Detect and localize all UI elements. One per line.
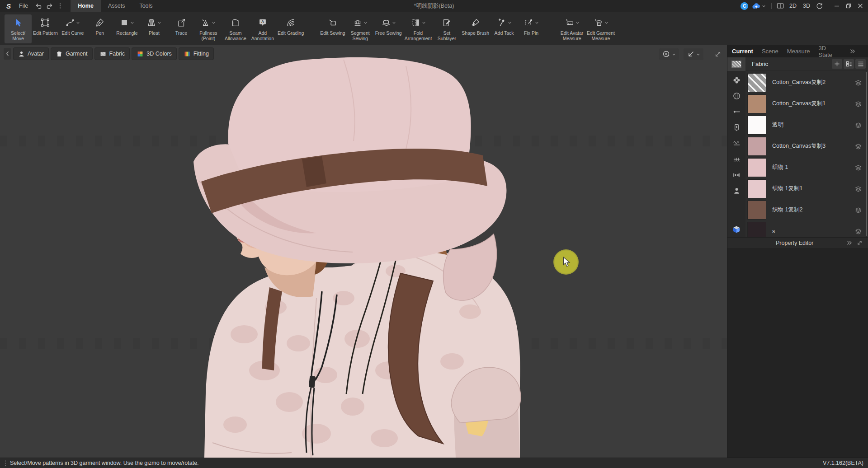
normal-direction-button[interactable] (684, 48, 703, 60)
fabric-list-item[interactable]: 织物 1复制2 (745, 199, 868, 220)
fabric-list-item[interactable]: Cotton_Canvas复制3 (745, 136, 868, 157)
minimize-button[interactable] (832, 1, 842, 11)
layers-icon[interactable] (855, 207, 862, 213)
chevron-down-icon[interactable] (604, 21, 609, 25)
mode-fabric-button[interactable]: Fabric (95, 48, 130, 60)
tool-segment-sewing[interactable]: Segment Sewing (347, 14, 374, 43)
fabric-swatch[interactable] (747, 73, 766, 92)
property-editor-header[interactable]: Property Editor (727, 237, 868, 248)
list-view-button[interactable] (855, 59, 866, 69)
chevron-down-icon[interactable] (392, 21, 396, 25)
panel-tab-scene[interactable]: Scene (762, 48, 778, 55)
tool-free-sewing[interactable]: Free Sewing (374, 14, 403, 43)
category-3d-cube-button[interactable] (727, 225, 745, 234)
tool-garment-measure[interactable]: Edit Garment Measure (585, 14, 616, 43)
tool-rectangle[interactable]: Rectangle (113, 14, 141, 43)
tool-pen[interactable]: Pen (86, 14, 113, 43)
category-zipper-button[interactable] (731, 123, 742, 132)
mode-avatar-button[interactable]: Avatar (14, 48, 48, 60)
collapse-panel-icon[interactable] (846, 240, 852, 246)
layers-icon[interactable] (855, 122, 862, 128)
tool-fullness-point[interactable]: Fullness (Point) (195, 14, 222, 43)
tool-edit-curve[interactable]: Edit Curve (59, 14, 86, 43)
layers-icon[interactable] (855, 228, 862, 234)
category-fabric-clover-button[interactable] (731, 75, 742, 84)
chevron-down-icon[interactable] (422, 21, 426, 25)
collapse-panel-icon[interactable] (849, 49, 855, 54)
tool-edit-grading[interactable]: Edit Grading (276, 14, 305, 43)
chevron-down-icon[interactable] (535, 21, 539, 25)
chevron-down-icon[interactable] (212, 21, 216, 25)
add-fabric-button[interactable] (832, 59, 842, 69)
tool-pleat[interactable]: Pleat (141, 14, 168, 43)
fabric-swatch[interactable] (747, 94, 766, 113)
fabric-swatch[interactable] (747, 116, 766, 135)
fabric-list-item[interactable]: 织物 1 (745, 157, 868, 178)
view-2d-button[interactable]: 2D (787, 3, 799, 9)
more-menu-icon[interactable] (55, 1, 65, 11)
tool-select-move[interactable]: Select/ Move (5, 14, 32, 43)
nav-tab-home[interactable]: Home (71, 0, 101, 12)
layers-icon[interactable] (855, 143, 862, 150)
chevron-down-icon[interactable] (130, 21, 134, 25)
split-view-icon[interactable] (775, 1, 785, 11)
fabric-list-scrollbar[interactable] (866, 72, 867, 236)
undo-icon[interactable] (33, 1, 43, 11)
card-view-button[interactable] (844, 59, 854, 69)
render-options-button[interactable] (659, 48, 679, 60)
modebar-collapse-button[interactable] (4, 48, 11, 60)
chevron-down-icon[interactable] (76, 21, 80, 25)
tool-edit-pattern[interactable]: Edit Pattern (32, 14, 59, 43)
chevron-down-icon[interactable] (576, 21, 580, 25)
tool-avatar-measure[interactable]: Edit Avatar Measure (558, 14, 585, 43)
tool-fix-pin[interactable]: Fix Pin (518, 14, 545, 43)
file-menu[interactable]: File (14, 3, 33, 9)
category-fabric-tab[interactable] (727, 57, 745, 71)
tool-set-sublayer[interactable]: Set Sublayer (433, 14, 460, 43)
redo-icon[interactable] (44, 1, 54, 11)
fabric-swatch[interactable] (747, 137, 766, 156)
account-avatar[interactable]: C (741, 2, 748, 10)
tool-add-annotation[interactable]: AAdd Annotation (249, 14, 276, 43)
layers-icon[interactable] (855, 101, 862, 107)
tool-edit-sewing[interactable]: Edit Sewing (319, 14, 346, 43)
fabric-list-item[interactable]: 透明 (745, 114, 868, 136)
fabric-list-item[interactable]: 织物 1复制1 (745, 178, 868, 199)
panel-tab-measure[interactable]: Measure (787, 48, 810, 55)
restore-button[interactable] (844, 1, 854, 11)
category-avatar-person-button[interactable] (731, 186, 742, 195)
layers-icon[interactable] (855, 186, 862, 192)
chevron-down-icon[interactable] (508, 21, 512, 25)
fabric-list-item[interactable]: Cotton_Canvas复制1 (745, 93, 868, 114)
chevron-down-icon[interactable] (363, 21, 368, 25)
category-topstitch-button[interactable] (731, 139, 742, 148)
panel-tab-current[interactable]: Current (732, 48, 753, 55)
view-3d-button[interactable]: 3D (801, 3, 812, 9)
fullscreen-viewport-icon[interactable] (714, 51, 722, 58)
fabric-swatch[interactable] (747, 179, 766, 198)
tool-seam-allowance[interactable]: Seam Allowance (222, 14, 249, 43)
tool-shape-brush[interactable]: Shape Brush (460, 14, 491, 43)
fabric-swatch[interactable] (747, 201, 766, 220)
fabric-swatch[interactable] (747, 158, 766, 177)
tool-add-tack[interactable]: Add Tack (491, 14, 518, 43)
fabric-swatch[interactable] (747, 222, 766, 238)
mode-3d-colors-button[interactable]: 3D Colors (132, 48, 176, 60)
nav-tab-tools[interactable]: Tools (132, 0, 160, 12)
nav-tab-assets[interactable]: Assets (101, 0, 132, 12)
category-shirring-button[interactable] (731, 154, 742, 164)
layers-icon[interactable] (855, 80, 862, 86)
tool-trace[interactable]: Trace (168, 14, 195, 43)
sync-view-icon[interactable] (814, 1, 824, 11)
fabric-list-item[interactable]: Cotton_Canvas复制2 (745, 72, 868, 93)
panel-tab-3d-state[interactable]: 3D State (818, 45, 832, 58)
viewport-3d[interactable]: AvatarGarmentFabric3D ColorsFitting (0, 45, 727, 458)
fabric-list-item[interactable]: s (745, 220, 868, 237)
category-trim-bow-button[interactable] (731, 170, 742, 179)
tool-fold-arrangement[interactable]: Fold Arrangement (403, 14, 434, 43)
expand-panel-icon[interactable] (857, 240, 863, 246)
mode-garment-button[interactable]: Garment (51, 48, 92, 60)
layers-icon[interactable] (855, 164, 862, 171)
category-pin-stick-button[interactable] (731, 107, 742, 116)
mode-fitting-button[interactable]: Fitting (179, 48, 213, 60)
